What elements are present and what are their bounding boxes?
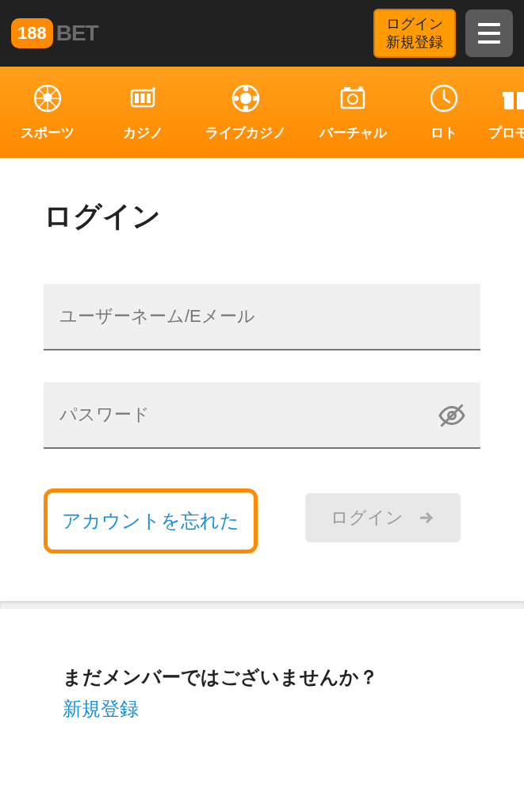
nav-label: スポーツ: [21, 124, 75, 142]
header-actions: ログイン 新規登録: [373, 9, 513, 59]
nav-label: ライブカジノ: [205, 124, 286, 142]
sports-icon: [32, 82, 63, 114]
svg-rect-17: [344, 87, 350, 90]
logo-badge: 188: [11, 18, 53, 48]
nav-item-sports[interactable]: スポーツ: [0, 67, 95, 158]
svg-marker-1: [43, 92, 52, 102]
arrow-right-icon: [416, 508, 435, 527]
svg-point-10: [244, 87, 247, 90]
signup-link[interactable]: 新規登録: [63, 696, 461, 722]
nav-label: バーチャル: [319, 124, 387, 142]
header: 188 BET ログイン 新規登録: [0, 0, 524, 67]
svg-rect-20: [503, 92, 524, 97]
main-nav: スポーツ カジノ ライブカジノ: [0, 67, 524, 158]
signup-card: まだメンバーではございませんか？ 新規登録: [44, 641, 480, 745]
svg-rect-3: [135, 94, 139, 103]
nav-item-virtual[interactable]: バーチャル: [301, 67, 404, 158]
nav-item-live-casino[interactable]: ライブカジノ: [190, 67, 301, 158]
svg-rect-21: [514, 92, 517, 109]
svg-rect-4: [141, 94, 145, 103]
svg-point-9: [241, 94, 251, 103]
separator: [0, 601, 524, 609]
logo-text: BET: [56, 21, 98, 46]
username-group: [44, 284, 480, 350]
svg-point-16: [348, 94, 358, 104]
logo[interactable]: 188 BET: [11, 18, 98, 48]
svg-point-11: [254, 97, 257, 100]
live-casino-icon: [230, 82, 262, 114]
show-password-icon[interactable]: [438, 401, 466, 430]
nav-item-lotto[interactable]: ロト: [404, 67, 484, 158]
username-input[interactable]: [44, 284, 480, 350]
svg-rect-5: [147, 94, 151, 103]
nav-label: ロト: [430, 124, 457, 142]
nav-item-promo[interactable]: プロモー: [484, 67, 524, 158]
login-content: ログイン アカウントを忘れた ログイン: [0, 158, 524, 577]
page-title: ログイン: [44, 197, 480, 236]
promo-icon: [499, 82, 524, 114]
svg-point-15: [358, 86, 363, 91]
nav-label: カジノ: [123, 124, 163, 142]
svg-point-13: [235, 97, 238, 100]
svg-point-6: [152, 87, 155, 90]
forgot-account-link[interactable]: アカウントを忘れた: [44, 488, 258, 553]
svg-rect-14: [342, 90, 364, 108]
lotto-icon: [428, 82, 460, 114]
signup-prompt: まだメンバーではございませんか？: [63, 665, 461, 690]
auth-box[interactable]: ログイン 新規登録: [373, 9, 456, 59]
login-button[interactable]: ログイン: [305, 493, 461, 542]
nav-item-casino[interactable]: カジノ: [95, 67, 190, 158]
virtual-icon: [337, 82, 369, 114]
header-login-label: ログイン: [386, 15, 443, 33]
nav-label: プロモー: [488, 124, 524, 142]
hamburger-menu-button[interactable]: [465, 10, 513, 57]
casino-icon: [127, 82, 159, 114]
header-register-label: 新規登録: [386, 33, 443, 52]
password-group: [44, 382, 480, 449]
password-input[interactable]: [44, 382, 480, 449]
svg-point-12: [244, 106, 247, 109]
login-button-label: ログイン: [331, 506, 404, 530]
action-row: アカウントを忘れた ログイン: [44, 488, 480, 553]
